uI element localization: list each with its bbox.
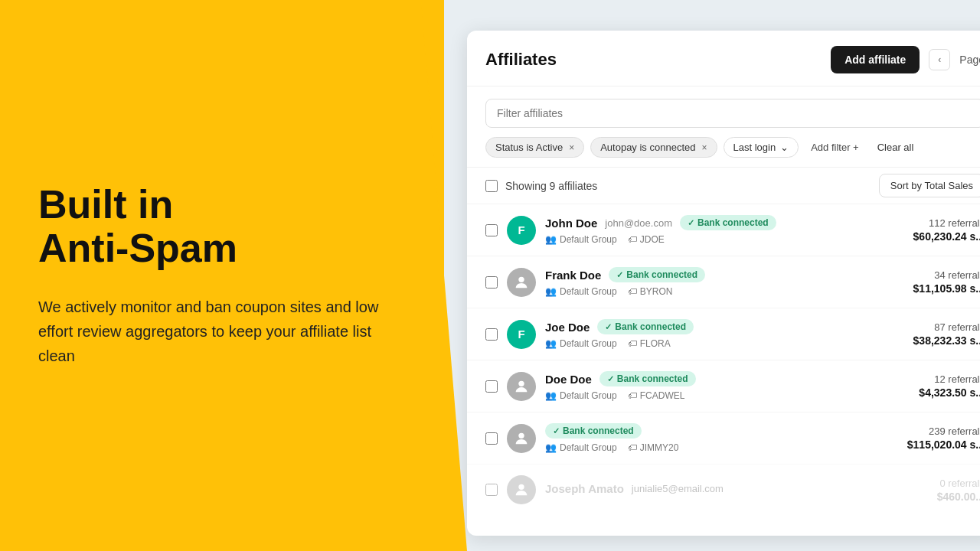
table-row[interactable]: F Joe Doe Bank connected 👥 Default Group… [467,308,980,360]
svg-point-2 [518,432,524,438]
avatar [507,475,536,504]
referrals-count: 112 referrals [862,217,980,229]
referrals-count: 34 referrals [862,269,980,281]
affiliate-group: 👥 Default Group [545,390,617,401]
app-card: Affiliates Add affiliate ‹ Page Status i… [467,31,980,536]
affiliate-stats: 239 referrals $115,020.04 s... [862,425,980,451]
row-checkbox[interactable] [485,484,498,496]
affiliate-name: Frank Doe [545,269,601,282]
affiliate-name: Doe Doe [545,373,592,386]
sales-amount: $115,020.04 s... [862,439,980,451]
filter-row: Status is Active × Autopay is connected … [467,137,980,167]
affiliate-list: F John Doe john@doe.com Bank connected 👥… [467,204,980,515]
row-checkbox[interactable] [485,224,498,236]
page-indicator: Page [959,54,980,66]
sales-amount: $11,105.98 s... [862,282,980,295]
affiliate-stats: 0 referrals $460.00... [862,478,980,503]
row-checkbox[interactable] [485,432,498,445]
bank-connected-badge: Bank connected [545,423,642,439]
table-row[interactable]: Bank connected 👥 Default Group 🏷 JIMMY20 [467,412,980,464]
clear-all-button[interactable]: Clear all [871,138,920,157]
remove-autopay-filter-icon[interactable]: × [701,142,707,153]
affiliate-coupon: 🏷 FLORA [628,338,671,349]
app-title: Affiliates [485,50,557,70]
affiliate-coupon: 🏷 FCADWEL [628,390,685,401]
affiliate-info: Doe Doe Bank connected 👥 Default Group 🏷… [545,371,853,401]
header-right: Add affiliate ‹ Page [831,46,980,73]
left-panel: Built in Anti-Spam We actively monitor a… [0,0,444,551]
add-affiliate-button[interactable]: Add affiliate [831,46,920,73]
affiliate-group: 👥 Default Group [545,442,617,453]
referrals-count: 87 referrals [862,321,980,333]
coupon-icon: 🏷 [628,338,637,349]
filter-chip-lastlogin[interactable]: Last login ⌄ [724,137,799,158]
bank-connected-badge: Bank connected [597,319,694,334]
prev-page-button[interactable]: ‹ [929,49,950,70]
table-header: Showing 9 affiliates Sort by Total Sales [467,167,980,204]
select-all-checkbox[interactable] [485,180,498,192]
svg-point-3 [518,484,524,490]
referrals-count: 12 referrals [862,373,980,385]
coupon-icon: 🏷 [628,234,637,245]
affiliate-group: 👥 Default Group [545,338,617,349]
affiliate-stats: 34 referrals $11,105.98 s... [862,269,980,295]
showing-label: Showing 9 affiliates [485,180,597,192]
affiliate-name: Joe Doe [545,321,590,334]
affiliate-stats: 12 referrals $4,323.50 s... [862,373,980,399]
affiliate-info: John Doe john@doe.com Bank connected 👥 D… [545,215,853,245]
affiliate-info: Joe Doe Bank connected 👥 Default Group 🏷… [545,319,853,349]
bank-connected-badge: Bank connected [680,215,776,230]
row-checkbox[interactable] [485,328,498,341]
affiliate-group: 👥 Default Group [545,286,617,297]
group-icon: 👥 [545,338,557,349]
remove-status-filter-icon[interactable]: × [569,142,574,153]
affiliate-name: John Doe [545,217,597,230]
avatar [507,424,536,453]
table-row[interactable]: Frank Doe Bank connected 👥 Default Group… [467,256,980,308]
affiliate-info: Bank connected 👥 Default Group 🏷 JIMMY20 [545,423,853,453]
hero-subtitle: We actively monitor and ban coupon sites… [38,295,406,368]
group-icon: 👥 [545,234,557,245]
affiliate-coupon: 🏷 BYRON [628,286,673,297]
hero-title: Built in Anti-Spam [38,183,406,270]
affiliate-coupon: 🏷 JDOE [628,234,665,245]
avatar: F [507,216,536,245]
sales-amount: $38,232.33 s... [862,334,980,347]
search-area [467,86,980,137]
referrals-count: 0 referrals [862,478,980,489]
group-icon: 👥 [545,286,557,297]
filter-chip-autopay[interactable]: Autopay is connected × [590,137,717,158]
affiliate-info: Frank Doe Bank connected 👥 Default Group… [545,267,853,297]
affiliate-group: 👥 Default Group [545,234,617,245]
table-row[interactable]: F John Doe john@doe.com Bank connected 👥… [467,204,980,256]
sales-amount: $4,323.50 s... [862,386,980,399]
sales-amount: $60,230.24 s... [862,230,980,243]
add-filter-button[interactable]: Add filter + [805,138,865,157]
affiliate-stats: 87 referrals $38,232.33 s... [862,321,980,347]
row-checkbox[interactable] [485,380,498,393]
group-icon: 👥 [545,442,557,453]
bank-connected-badge: Bank connected [609,267,705,282]
avatar: F [507,320,536,349]
sales-amount: $460.00... [862,491,980,503]
affiliate-email: john@doe.com [605,217,672,229]
affiliate-stats: 112 referrals $60,230.24 s... [862,217,980,243]
coupon-icon: 🏷 [628,286,637,297]
avatar [507,268,536,297]
app-header: Affiliates Add affiliate ‹ Page [467,31,980,86]
referrals-count: 239 referrals [862,425,980,437]
svg-point-0 [518,276,524,282]
affiliate-email: junialie5@email.com [632,483,724,494]
affiliate-name: Joseph Amato [545,482,624,495]
table-row[interactable]: Doe Doe Bank connected 👥 Default Group 🏷… [467,360,980,412]
filter-chip-status[interactable]: Status is Active × [485,137,584,158]
row-checkbox[interactable] [485,276,498,289]
chevron-down-icon: ⌄ [780,142,789,153]
search-input[interactable] [485,99,980,128]
coupon-icon: 🏷 [628,442,637,453]
svg-point-1 [518,380,524,386]
group-icon: 👥 [545,390,557,401]
table-row[interactable]: Joseph Amato junialie5@email.com 0 refer… [467,464,980,515]
sort-button[interactable]: Sort by Total Sales [879,174,980,197]
coupon-icon: 🏷 [628,390,637,401]
